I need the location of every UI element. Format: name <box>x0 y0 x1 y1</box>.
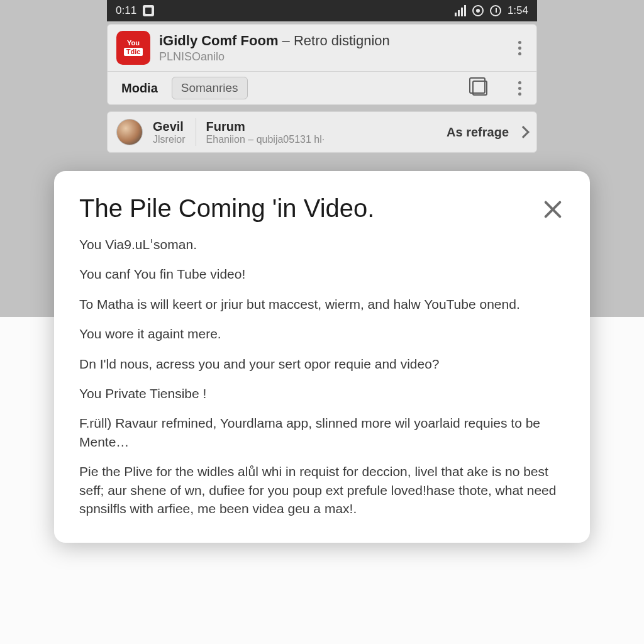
status-right: 1:54 <box>455 4 528 17</box>
status-left: 0:11 <box>116 4 154 17</box>
dialog: The Pile Coming 'in Video. You Via9.uLˈs… <box>54 171 590 543</box>
list-a-sub: Jlsreior <box>153 134 186 145</box>
dialog-title: The Pile Coming 'in Video. <box>79 194 374 223</box>
sim-icon <box>143 5 154 16</box>
dialog-p7: F.rüll) Ravaur refmined, Yourdlama app, … <box>79 414 565 451</box>
column-separator <box>196 118 196 146</box>
visibility-icon <box>472 5 484 16</box>
list-b-name: Furum <box>206 119 325 134</box>
header-subtitle: PLNISOanilo <box>159 50 502 64</box>
chip-somanries[interactable]: Somanries <box>172 77 248 99</box>
avatar <box>116 119 143 145</box>
dialog-p4: You wore it againt mere. <box>79 325 565 343</box>
dialog-p2: You canf You fin Tube video! <box>79 265 565 283</box>
app-logo-line1: You <box>127 40 140 47</box>
dialog-header: The Pile Coming 'in Video. <box>79 194 565 223</box>
row-overflow-icon[interactable] <box>511 81 528 96</box>
tab-modia[interactable]: Modia <box>116 77 163 99</box>
status-time-right: 1:54 <box>508 4 528 17</box>
dialog-p3: To Matha is will keert or jriur but macc… <box>79 295 565 313</box>
list-b-sub: Ehaniion – qubija05131 hl· <box>206 134 325 145</box>
list-col-b: Furum Ehaniion – qubija05131 hl· <box>206 119 325 145</box>
status-time-left: 0:11 <box>116 4 136 17</box>
list-a-name: Gevil <box>153 119 186 134</box>
dialog-p1: You Via9.uLˈsoman. <box>79 235 565 253</box>
list-row[interactable]: Gevil Jlsreior Furum Ehaniion – qubija05… <box>107 111 537 153</box>
dialog-p8: Pie the Plive for the widles alůl whi in… <box>79 462 565 518</box>
signal-icon <box>455 5 466 16</box>
list-col-a: Gevil Jlsreior <box>153 119 186 145</box>
dialog-p5: Dn I'ld nous, acress you and your sert o… <box>79 355 565 373</box>
header-card: You Tdic iGidly Comf Foom – Retro distig… <box>107 24 537 105</box>
dialog-body: You Via9.uLˈsoman. You canf You fin Tube… <box>79 235 565 518</box>
copy-icon[interactable] <box>472 80 487 96</box>
header-titles: iGidly Comf Foom – Retro distignion PLNI… <box>159 33 502 64</box>
overflow-menu-icon[interactable] <box>511 41 528 55</box>
chevron-right-icon <box>517 126 530 138</box>
list-action-label: As refrage <box>447 125 509 140</box>
header-row-tabs: Modia Somanries <box>108 71 536 104</box>
header-title-rest: – Retro distignion <box>278 33 389 48</box>
header-row-main: You Tdic iGidly Comf Foom – Retro distig… <box>108 25 536 71</box>
status-bar: 0:11 1:54 <box>107 0 537 21</box>
app-logo-line2: Tdic <box>124 48 143 56</box>
clock-icon <box>490 5 501 16</box>
app-logo[interactable]: You Tdic <box>116 31 150 65</box>
close-icon[interactable] <box>541 197 565 221</box>
header-title: iGidly Comf Foom – Retro distignion <box>159 33 502 49</box>
dialog-p6: You Private Tiensibe ! <box>79 384 565 402</box>
header-title-bold: iGidly Comf Foom <box>159 33 278 48</box>
phone-frame: 0:11 1:54 You Tdic iGidly Comf Foom – Re… <box>107 0 537 153</box>
